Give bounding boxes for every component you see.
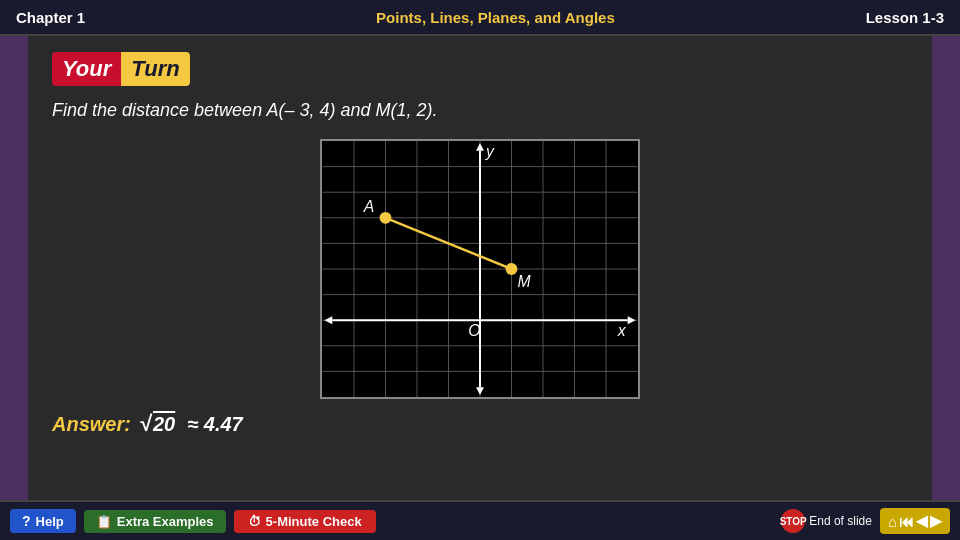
turn-label: Turn [121,52,189,86]
graph-container: x y O A M [320,139,640,399]
top-bar: Chapter 1 Points, Lines, Planes, and Ang… [0,0,960,36]
answer-label: Answer: [52,413,131,436]
graph-wrapper: x y O A M [52,139,908,399]
svg-point-28 [380,212,392,224]
problem-before: Find the distance between [52,100,266,120]
main-area: Your Turn Find the distance between A(– … [0,36,960,500]
home-icon[interactable]: ⌂ [888,513,897,530]
svg-text:y: y [485,143,495,160]
bottom-bar: ? Help 📋 Extra Examples ⏱ 5-Minute Check… [0,500,960,540]
five-minute-check-button[interactable]: ⏱ 5-Minute Check [234,510,376,533]
extra-label: Extra Examples [117,514,214,529]
svg-point-30 [506,263,518,275]
right-sidebar [932,36,960,500]
lesson-label: Lesson 1-3 [866,9,944,26]
center-content: Your Turn Find the distance between A(– … [28,36,932,500]
point-m: M(1, 2) [376,100,433,120]
problem-mid: and [336,100,376,120]
sqrt-symbol: √ [139,413,151,435]
help-button[interactable]: ? Help [10,509,76,533]
nav-buttons[interactable]: ⌂ ⏮ ◀ ▶ [880,508,950,534]
svg-marker-19 [628,316,636,324]
svg-marker-20 [324,316,332,324]
forward-icon[interactable]: ▶ [930,512,942,530]
svg-marker-22 [476,143,484,151]
end-of-slide: STOP End of slide [781,509,872,533]
your-turn-badge: Your Turn [52,52,190,86]
point-a: A(– 3, 4) [266,100,335,120]
extra-examples-button[interactable]: 📋 Extra Examples [84,510,226,533]
svg-text:A: A [363,198,375,215]
back-far-icon[interactable]: ⏮ [899,513,914,530]
end-label: End of slide [809,514,872,528]
your-label: Your [52,52,121,86]
title-label: Points, Lines, Planes, and Angles [125,9,865,26]
question-icon: ? [22,513,31,529]
svg-marker-23 [476,387,484,395]
left-sidebar [0,36,28,500]
help-label: Help [36,514,64,529]
answer-area: Answer: √20 ≈ 4.47 [52,413,908,436]
svg-text:O: O [468,322,480,339]
check-label: 5-Minute Check [266,514,362,529]
problem-text: Find the distance between A(– 3, 4) and … [52,100,908,121]
svg-text:M: M [517,273,531,290]
book-icon: 📋 [96,514,112,529]
graph-svg: x y O A M [322,141,638,397]
approx-val: ≈ 4.47 [187,413,242,436]
sqrt-num: 20 [153,413,175,436]
sqrt-expr: √20 [139,413,175,436]
stop-icon: STOP [781,509,805,533]
problem-after: . [433,100,438,120]
back-icon[interactable]: ◀ [916,512,928,530]
svg-text:x: x [617,322,627,339]
chapter-label: Chapter 1 [16,9,85,26]
clock-icon: ⏱ [248,514,261,529]
